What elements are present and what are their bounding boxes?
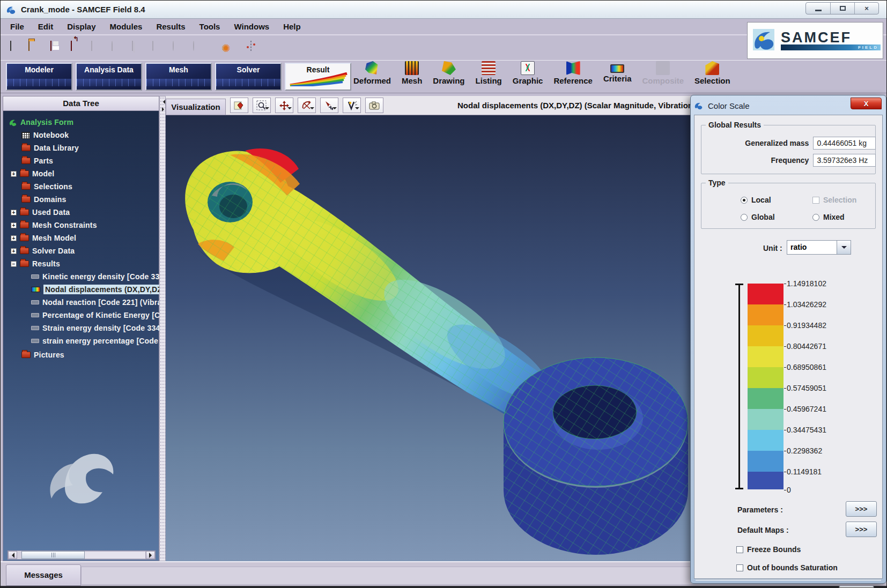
- tree-item-used-data[interactable]: +Used Data: [11, 206, 70, 219]
- tree-item-model[interactable]: +Model: [11, 167, 54, 180]
- radio-mixed[interactable]: [812, 214, 819, 221]
- tree-item-nodal-reaction[interactable]: Nodal reaction [Code 221] (Vibra: [31, 296, 161, 309]
- module-solver-button[interactable]: Solver: [215, 63, 282, 91]
- restore-button[interactable]: [830, 3, 854, 14]
- radio-local[interactable]: [741, 197, 748, 204]
- tool-graphic[interactable]: Graphic: [513, 61, 543, 85]
- scroll-left-arrow[interactable]: [8, 551, 17, 559]
- rainbow-curve: [289, 72, 348, 86]
- expand-icon[interactable]: +: [11, 171, 17, 177]
- tree-item-results[interactable]: −Results: [11, 257, 60, 270]
- tree-item-analysis-form[interactable]: Analysis Form: [9, 116, 73, 129]
- tree-item-pictures[interactable]: Pictures: [21, 348, 64, 361]
- new-document-icon[interactable]: [8, 41, 22, 55]
- pick-button[interactable]: [320, 98, 338, 113]
- checkbox-freeze-bounds[interactable]: [736, 546, 743, 553]
- dialog-close-button[interactable]: X: [851, 98, 882, 109]
- dropdown-caret[interactable]: [310, 107, 314, 111]
- menu-display[interactable]: Display: [67, 22, 95, 31]
- tree-item-notebook[interactable]: Notebook: [21, 129, 69, 142]
- tab-messages[interactable]: Messages: [6, 564, 81, 586]
- menu-windows[interactable]: Windows: [234, 22, 269, 31]
- tool-deformed[interactable]: Deformed: [353, 61, 391, 85]
- parameters-label: Parameters :: [737, 505, 783, 514]
- scroll-right-arrow[interactable]: [146, 551, 155, 559]
- expand-icon[interactable]: +: [11, 210, 17, 215]
- expand-icon[interactable]: +: [11, 248, 17, 254]
- import-icon[interactable]: [69, 41, 83, 55]
- zoom-region-button[interactable]: [253, 98, 271, 113]
- chevron-down-icon[interactable]: [837, 240, 851, 255]
- tab-visualization[interactable]: Visualization: [166, 99, 226, 115]
- expand-icon[interactable]: +: [11, 235, 17, 241]
- region-select-icon[interactable]: [249, 41, 263, 55]
- type-global-option[interactable]: Global: [741, 213, 775, 221]
- module-modeler-button[interactable]: Modeler: [6, 63, 72, 91]
- tree-item-kinetic-energy[interactable]: Kinetic energy density [Code 335: [31, 270, 164, 283]
- collapse-icon[interactable]: −: [11, 261, 17, 267]
- tree-item-nodal-displacements[interactable]: Nodal displacements (DX,DY,DZ: [31, 283, 164, 296]
- close-button[interactable]: ×: [854, 3, 878, 14]
- default-maps-expand-button[interactable]: >>>: [846, 522, 877, 537]
- render-style-button[interactable]: [230, 98, 248, 113]
- tree-item-solver-data[interactable]: +Solver Data: [11, 244, 75, 257]
- menu-results[interactable]: Results: [156, 22, 185, 31]
- rotate-button[interactable]: [298, 98, 316, 113]
- tree-item-domains[interactable]: Domains: [21, 193, 66, 206]
- menu-file[interactable]: File: [10, 22, 24, 31]
- minimize-button[interactable]: [806, 3, 830, 14]
- scale-band-0: [748, 284, 783, 304]
- menu-modules[interactable]: Modules: [110, 22, 143, 31]
- save-icon[interactable]: [49, 41, 63, 55]
- pan-button[interactable]: [275, 98, 293, 113]
- tree-item-strain-energy-percentage[interactable]: strain energy percentage [Code: [31, 334, 158, 347]
- open-file-icon[interactable]: [28, 41, 42, 55]
- tree-item-percentage-kinetic[interactable]: Percentage of Kinetic Energy [C: [31, 309, 160, 322]
- scale-band-1: [748, 304, 783, 325]
- paste-icon: [151, 41, 165, 55]
- highlight-burst-icon[interactable]: ✺: [221, 41, 235, 55]
- visibility-button[interactable]: [343, 98, 361, 113]
- type-local-option[interactable]: Local: [741, 196, 771, 204]
- tool-drawing[interactable]: Drawing: [433, 61, 464, 85]
- dropdown-caret[interactable]: [355, 107, 359, 111]
- tool-criteria[interactable]: Criteria: [603, 61, 632, 83]
- menu-edit[interactable]: Edit: [38, 22, 53, 31]
- panel-splitter[interactable]: [159, 96, 166, 561]
- scrollbar-thumb[interactable]: [21, 551, 85, 559]
- expand-icon[interactable]: +: [11, 222, 17, 228]
- freeze-bounds-option[interactable]: Freeze Bounds: [736, 545, 801, 554]
- type-mixed-option[interactable]: Mixed: [812, 213, 845, 221]
- tool-reference[interactable]: Reference: [553, 61, 593, 85]
- dropdown-caret[interactable]: [265, 107, 269, 111]
- module-mesh-button[interactable]: Mesh: [145, 63, 212, 91]
- tool-selection[interactable]: Selection: [694, 61, 730, 85]
- menu-tools[interactable]: Tools: [199, 22, 220, 31]
- module-analysis-data-button[interactable]: Analysis Data: [76, 63, 142, 91]
- snapshot-button[interactable]: [365, 98, 383, 113]
- unit-combobox[interactable]: ratio: [787, 240, 851, 255]
- dropdown-caret[interactable]: [287, 107, 292, 111]
- collapse-left-icon[interactable]: [161, 100, 165, 104]
- tree-item-data-library[interactable]: Data Library: [21, 142, 79, 154]
- module-result-button[interactable]: Result: [285, 63, 351, 91]
- tool-mesh[interactable]: Mesh: [402, 61, 422, 85]
- dialog-close-action-button[interactable]: Close: [839, 586, 874, 588]
- menu-help[interactable]: Help: [283, 22, 301, 31]
- tree-item-mesh-model[interactable]: +Mesh Model: [11, 232, 76, 244]
- folder-icon: [20, 209, 29, 215]
- tree-item-mesh-constraints[interactable]: +Mesh Constraints: [11, 219, 97, 232]
- dropdown-caret[interactable]: [332, 107, 337, 111]
- global-results-group: Global Results: [701, 125, 876, 174]
- unit-value[interactable]: ratio: [787, 240, 837, 255]
- checkbox-out-of-bounds[interactable]: [736, 564, 743, 571]
- out-of-bounds-option[interactable]: Out of bounds Saturation: [736, 563, 838, 572]
- radio-global[interactable]: [741, 214, 748, 221]
- tool-listing[interactable]: Listing: [476, 61, 502, 85]
- tree-item-selections[interactable]: Selections: [21, 180, 72, 193]
- tree-horizontal-scrollbar[interactable]: [8, 550, 156, 560]
- tree-item-strain-energy-density[interactable]: Strain energy density [Code 334: [31, 322, 160, 334]
- tree-item-parts[interactable]: Parts: [21, 154, 53, 167]
- folder-icon: [21, 145, 31, 151]
- parameters-expand-button[interactable]: >>>: [846, 501, 877, 517]
